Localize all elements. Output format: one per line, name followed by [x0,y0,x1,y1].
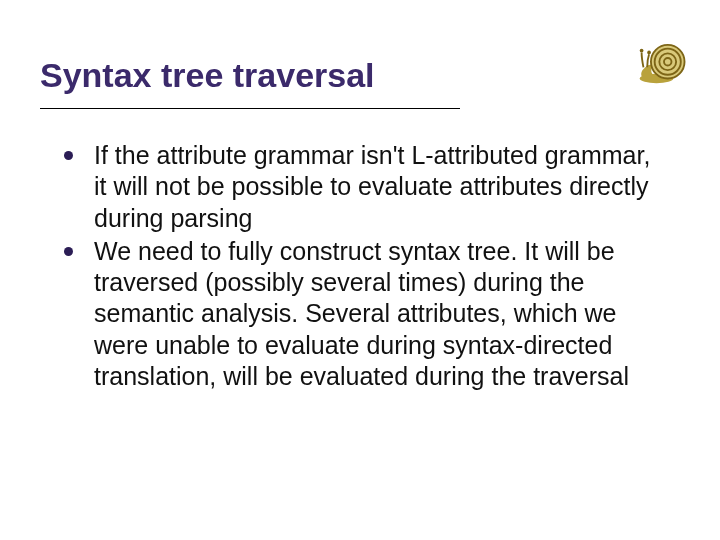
snail-icon [636,30,692,86]
title-underline [40,108,460,109]
bullet-text: If the attribute grammar isn't L-attribu… [94,141,650,232]
svg-point-1 [651,45,685,79]
bullet-text: We need to fully construct syntax tree. … [94,237,629,390]
list-item: If the attribute grammar isn't L-attribu… [58,140,653,234]
slide-title: Syntax tree traversal [40,56,680,101]
svg-point-2 [640,49,644,53]
title-container: Syntax tree traversal [40,56,680,103]
list-item: We need to fully construct syntax tree. … [58,236,653,392]
bullet-list: If the attribute grammar isn't L-attribu… [58,140,653,394]
svg-point-3 [647,51,651,55]
